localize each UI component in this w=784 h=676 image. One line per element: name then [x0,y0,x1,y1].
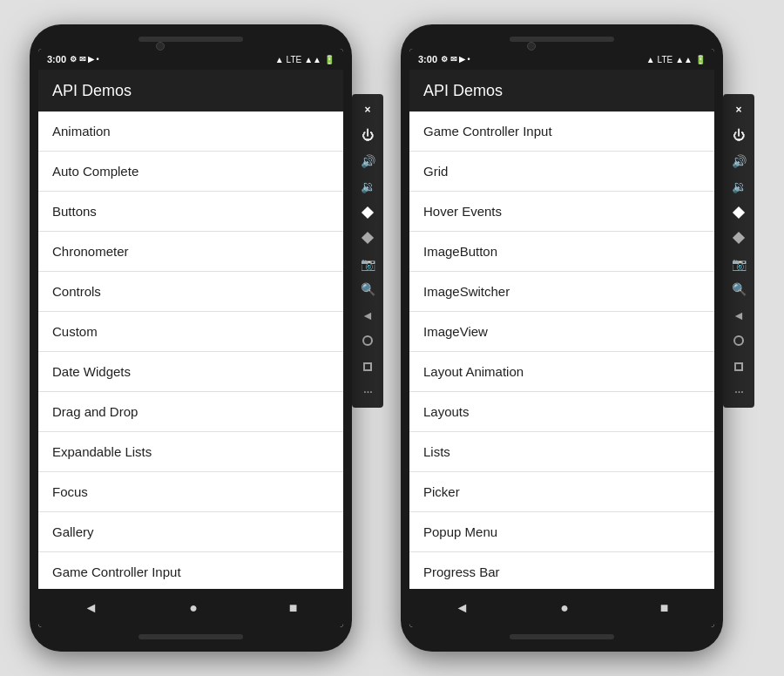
app-bar-1: API Demos [38,70,343,112]
status-bar-1: 3:00 ⚙ ✉ ▶ • ▲ LTE ▲▲ 🔋 [38,49,343,70]
list-item[interactable]: Hover Events [409,192,714,232]
volume-down-button-2[interactable]: 🔉 [727,179,751,196]
status-icons-2: ⚙ ✉ ▶ • [441,55,470,64]
back-button-2[interactable]: ◄ [448,593,476,623]
close-button-2[interactable]: × [727,101,751,118]
list-item[interactable]: Chronometer [38,232,343,272]
home-icon-button-2[interactable] [727,333,751,350]
list-item[interactable]: Layouts [409,392,714,432]
lte-label-1: LTE [287,55,302,64]
power-button-1[interactable]: ⏻ [355,127,380,145]
battery-icon-2: 🔋 [695,55,706,64]
list-1[interactable]: Animation Auto Complete Buttons Chronome… [38,112,343,589]
list-item[interactable]: Game Controller Input [38,552,343,589]
nav-bar-1: ◄ ● ■ [38,589,343,627]
more-button-2[interactable]: ··· [727,384,751,402]
list-item[interactable]: Popup Menu [409,512,714,552]
close-button-1[interactable]: × [355,101,380,118]
list-item[interactable]: Layout Animation [409,352,714,392]
list-item[interactable]: Auto Complete [38,152,343,192]
nav-bar-2: ◄ ● ■ [409,589,714,627]
recent-button-1[interactable]: ■ [282,593,305,623]
list-item[interactable]: ImageButton [409,232,714,272]
status-left-1: 3:00 ⚙ ✉ ▶ • [47,54,99,64]
list-item[interactable]: Animation [38,112,343,152]
list-item[interactable]: Focus [38,472,343,512]
side-panel-2: × ⏻ 🔊 🔉 📷 🔍 ◄ ··· [723,94,754,408]
status-bar-2: 3:00 ⚙ ✉ ▶ • ▲ LTE ▲▲ 🔋 [409,49,714,70]
phone1-scene: 3:00 ⚙ ✉ ▶ • ▲ LTE ▲▲ 🔋 API Demos Animat… [30,24,383,652]
more-button-1[interactable]: ··· [355,384,380,402]
list-item[interactable]: Grid [409,152,714,192]
screen-2: 3:00 ⚙ ✉ ▶ • ▲ LTE ▲▲ 🔋 API Demos Game C… [409,49,714,627]
diamond2-button-2[interactable] [727,230,751,247]
zoom-button-2[interactable]: 🔍 [727,281,751,299]
volume-up-button-2[interactable]: 🔊 [727,152,751,170]
list-item[interactable]: Date Widgets [38,352,343,392]
time-1: 3:00 [47,54,66,64]
list-item[interactable]: ImageSwitcher [409,272,714,312]
volume-up-button-1[interactable]: 🔊 [355,152,380,170]
phone2-scene: 3:00 ⚙ ✉ ▶ • ▲ LTE ▲▲ 🔋 API Demos Game C… [401,24,754,652]
zoom-button-1[interactable]: 🔍 [355,281,380,299]
list-item[interactable]: Controls [38,272,343,312]
status-right-1: ▲ LTE ▲▲ 🔋 [275,55,335,64]
speaker-bottom-2 [510,634,614,639]
diamond1-button-1[interactable] [355,204,380,221]
lte-label-2: LTE [658,55,673,64]
battery-icon-1: 🔋 [324,55,335,64]
power-button-2[interactable]: ⏻ [727,127,751,145]
back-icon-button-2[interactable]: ◄ [727,307,751,324]
home-icon-button-1[interactable] [355,333,380,350]
diamond1-button-2[interactable] [727,204,751,221]
status-icons-1: ⚙ ✉ ▶ • [70,55,99,64]
camera-2 [527,42,536,51]
phone1: 3:00 ⚙ ✉ ▶ • ▲ LTE ▲▲ 🔋 API Demos Animat… [30,24,352,652]
signal-icon-2: ▲ [646,55,655,64]
speaker-bottom-1 [139,634,243,639]
camera-button-1[interactable]: 📷 [355,255,380,273]
home-button-1[interactable]: ● [182,593,205,623]
status-right-2: ▲ LTE ▲▲ 🔋 [646,55,706,64]
app-title-2: API Demos [423,82,503,100]
signal-icon-1: ▲ [275,55,284,64]
home-button-2[interactable]: ● [553,593,576,623]
list-item[interactable]: Lists [409,432,714,472]
list-item[interactable]: Expandable Lists [38,432,343,472]
square-icon-button-2[interactable] [727,358,751,375]
phone2: 3:00 ⚙ ✉ ▶ • ▲ LTE ▲▲ 🔋 API Demos Game C… [401,24,723,652]
app-bar-2: API Demos [409,70,714,112]
back-icon-button-1[interactable]: ◄ [355,307,380,324]
wifi-icon-2: ▲▲ [675,55,693,64]
app-title-1: API Demos [52,82,132,100]
status-left-2: 3:00 ⚙ ✉ ▶ • [418,54,470,64]
list-item-progress-bar[interactable]: Progress Bar [409,552,714,589]
wifi-icon-1: ▲▲ [304,55,321,64]
back-button-1[interactable]: ◄ [77,593,105,623]
list-item[interactable]: Game Controller Input [409,112,714,152]
time-2: 3:00 [418,54,437,64]
diamond2-button-1[interactable] [355,230,380,247]
speaker-top-1 [139,37,243,42]
list-item[interactable]: Gallery [38,512,343,552]
camera-button-2[interactable]: 📷 [727,255,751,273]
side-panel-1: × ⏻ 🔊 🔉 📷 🔍 ◄ ··· [352,94,383,408]
camera-1 [156,42,165,51]
volume-down-button-1[interactable]: 🔉 [355,179,380,196]
list-item[interactable]: Picker [409,472,714,512]
list-item-custom[interactable]: Custom [38,312,343,352]
list-2[interactable]: Game Controller Input Grid Hover Events … [409,112,714,589]
speaker-top-2 [510,37,614,42]
recent-button-2[interactable]: ■ [653,593,676,623]
screen-1: 3:00 ⚙ ✉ ▶ • ▲ LTE ▲▲ 🔋 API Demos Animat… [38,49,343,627]
list-item[interactable]: ImageView [409,312,714,352]
list-item[interactable]: Drag and Drop [38,392,343,432]
square-icon-button-1[interactable] [355,358,380,375]
list-item[interactable]: Buttons [38,192,343,232]
